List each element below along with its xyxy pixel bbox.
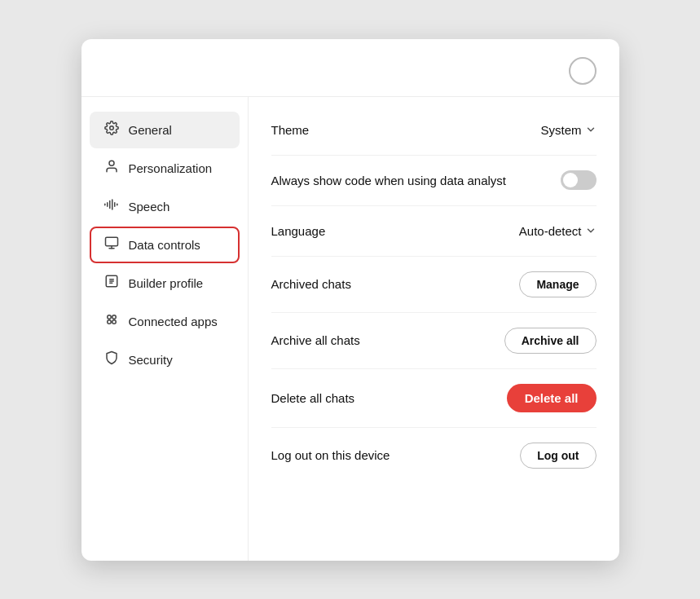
row-label-always-show-code: Always show code when using data analyst [271,174,507,187]
row-control-theme: System [540,123,596,137]
svg-point-12 [107,319,111,324]
sidebar-item-speech[interactable]: Speech [90,188,240,225]
row-control-log-out: Log out [520,443,596,469]
dropdown-theme[interactable]: System [540,123,596,137]
sidebar: GeneralPersonalizationSpeechData control… [81,97,249,561]
settings-row-theme: ThemeSystem [271,105,597,156]
row-control-language: Auto-detect [519,224,597,238]
btn-log-out[interactable]: Log out [520,443,596,469]
sidebar-item-label-builder-profile: Builder profile [129,276,204,290]
sidebar-item-label-personalization: Personalization [129,161,213,175]
row-control-always-show-code [561,170,597,190]
row-label-language: Language [271,224,326,238]
sidebar-item-connected-apps[interactable]: Connected apps [90,303,240,340]
settings-row-log-out: Log out on this deviceLog out [271,428,597,483]
settings-row-delete-all-chats: Delete all chatsDelete all [271,369,597,428]
speech-icon [103,197,121,216]
row-control-delete-all-chats: Delete all [507,384,597,412]
sidebar-item-general[interactable]: General [90,112,240,148]
settings-row-always-show-code: Always show code when using data analyst [271,156,597,206]
sidebar-item-data-controls[interactable]: Data controls [90,227,240,263]
svg-rect-8 [105,237,117,246]
sidebar-item-label-data-controls: Data controls [129,238,200,252]
svg-point-1 [109,161,114,165]
sidebar-item-label-connected-apps: Connected apps [129,315,218,328]
sidebar-item-builder-profile[interactable]: Builder profile [90,265,240,302]
btn-archived-chats[interactable]: Manage [519,271,596,297]
sidebar-item-label-general: General [129,123,172,137]
builder-profile-icon [103,274,121,293]
dropdown-language[interactable]: Auto-detect [519,224,597,238]
data-controls-icon [103,236,121,254]
row-control-archive-all-chats: Archive all [504,328,597,354]
row-label-theme: Theme [271,123,310,137]
row-label-archived-chats: Archived chats [271,277,351,291]
sidebar-item-label-speech: Speech [129,200,170,214]
row-control-archived-chats: Manage [519,271,596,297]
svg-point-10 [107,315,111,319]
settings-modal: GeneralPersonalizationSpeechData control… [81,39,619,561]
content-area: ThemeSystem Always show code when using … [249,97,619,561]
close-button[interactable] [569,57,597,85]
sidebar-item-label-security: Security [129,353,173,367]
btn-archive-all-chats[interactable]: Archive all [504,328,597,354]
svg-point-13 [112,319,116,324]
settings-row-archive-all-chats: Archive all chatsArchive all [271,313,597,369]
connected-apps-icon [103,312,121,331]
toggle-always-show-code[interactable] [561,170,597,190]
btn-delete-all-chats[interactable]: Delete all [507,384,597,412]
security-icon [103,350,121,369]
sidebar-item-security[interactable]: Security [90,341,240,378]
svg-point-0 [109,126,113,130]
row-label-archive-all-chats: Archive all chats [271,333,360,347]
settings-row-archived-chats: Archived chatsManage [271,257,597,313]
row-label-log-out: Log out on this device [271,448,390,462]
general-icon [103,121,121,139]
row-label-delete-all-chats: Delete all chats [271,391,355,405]
personalization-icon [103,159,121,178]
modal-header [81,39,619,97]
sidebar-item-personalization[interactable]: Personalization [90,150,240,187]
modal-body: GeneralPersonalizationSpeechData control… [81,97,619,561]
settings-row-language: LanguageAuto-detect [271,206,597,257]
svg-point-11 [112,315,116,319]
